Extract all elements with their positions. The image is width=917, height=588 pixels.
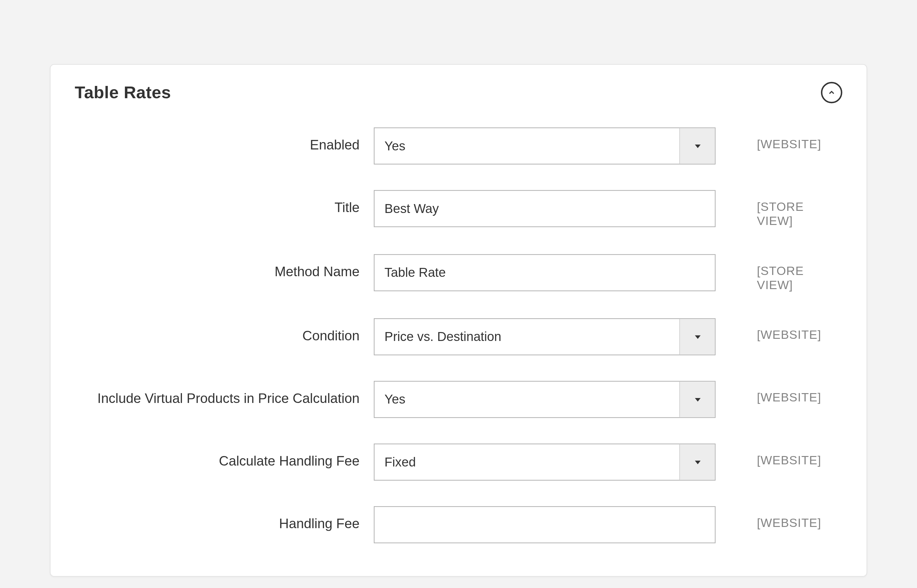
select-value: Yes <box>375 128 679 164</box>
scope-label: [WEBSITE] <box>730 381 842 405</box>
field-condition: Condition Price vs. Destination [WEBSITE… <box>75 318 843 355</box>
svg-marker-2 <box>694 398 700 402</box>
svg-marker-1 <box>694 336 700 339</box>
field-method-name: Method Name [STORE VIEW] <box>75 254 843 292</box>
chevron-down-icon <box>693 395 702 404</box>
scope-label: [WEBSITE] <box>730 128 842 152</box>
scope-label: [STORE VIEW] <box>730 190 842 228</box>
field-title: Title [STORE VIEW] <box>75 190 843 228</box>
chevron-up-icon <box>827 88 836 97</box>
svg-marker-0 <box>694 145 700 148</box>
svg-marker-3 <box>694 460 700 464</box>
field-label: Handling Fee <box>75 506 360 533</box>
field-include-virtual: Include Virtual Products in Price Calcul… <box>75 381 843 418</box>
dropdown-arrow <box>679 444 715 480</box>
chevron-down-icon <box>693 332 702 341</box>
field-enabled: Enabled Yes [WEBSITE] <box>75 128 843 165</box>
field-label: Calculate Handling Fee <box>75 443 360 470</box>
title-input[interactable] <box>374 190 716 227</box>
method-name-input[interactable] <box>374 254 716 291</box>
table-rates-panel: Table Rates Enabled Yes <box>50 64 867 577</box>
chevron-down-icon <box>693 458 702 467</box>
panel-title: Table Rates <box>75 82 171 102</box>
dropdown-arrow <box>679 128 715 164</box>
field-label: Title <box>75 190 360 216</box>
include-virtual-select[interactable]: Yes <box>374 381 716 418</box>
select-value: Price vs. Destination <box>375 319 679 354</box>
calc-handling-select[interactable]: Fixed <box>374 443 716 481</box>
dropdown-arrow <box>679 319 715 354</box>
field-label: Method Name <box>75 254 360 281</box>
field-label: Enabled <box>75 128 360 154</box>
select-value: Fixed <box>375 444 679 480</box>
dropdown-arrow <box>679 382 715 417</box>
enabled-select[interactable]: Yes <box>374 128 716 165</box>
condition-select[interactable]: Price vs. Destination <box>374 318 716 355</box>
field-handling-fee: Handling Fee [WEBSITE] <box>75 506 843 543</box>
scope-label: [WEBSITE] <box>730 318 842 342</box>
scope-label: [STORE VIEW] <box>730 254 842 292</box>
select-value: Yes <box>375 382 679 417</box>
collapse-toggle[interactable] <box>821 82 843 103</box>
field-label: Condition <box>75 318 360 345</box>
panel-header: Table Rates <box>75 82 843 103</box>
chevron-down-icon <box>693 142 702 150</box>
scope-label: [WEBSITE] <box>730 506 842 531</box>
field-calc-handling: Calculate Handling Fee Fixed [WEBSITE] <box>75 443 843 481</box>
handling-fee-input[interactable] <box>374 506 716 543</box>
scope-label: [WEBSITE] <box>730 443 842 468</box>
field-label: Include Virtual Products in Price Calcul… <box>75 381 360 407</box>
